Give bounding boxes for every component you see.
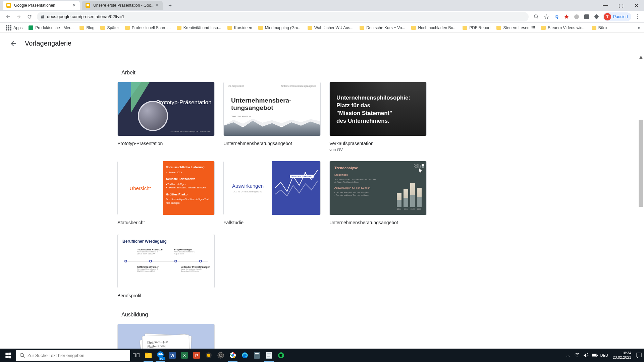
gallery-back-button[interactable] bbox=[7, 37, 20, 50]
chrome-icon[interactable] bbox=[227, 349, 239, 362]
template-thumbnail[interactable]: 20. SeptemberUnternehmensberatungsangebo… bbox=[223, 82, 321, 136]
app-icon[interactable] bbox=[203, 349, 215, 362]
battery-icon[interactable] bbox=[592, 352, 598, 358]
template-thumbnail[interactable]: Unternehmensphilosophie: Platz für das "… bbox=[329, 82, 427, 136]
bookmark-label: Büro bbox=[598, 25, 607, 30]
folder-icon bbox=[541, 26, 546, 30]
svg-rect-32 bbox=[255, 355, 259, 355]
edge-legacy-icon[interactable]: 99+ bbox=[154, 349, 166, 362]
thumb-text: Prototyp-Präsentation bbox=[156, 99, 211, 106]
svg-rect-41 bbox=[597, 355, 598, 356]
start-button[interactable] bbox=[0, 349, 16, 362]
notepad-icon[interactable] bbox=[263, 349, 275, 362]
notifications-icon[interactable] bbox=[636, 352, 642, 358]
new-tab-button[interactable]: ＋ bbox=[166, 1, 174, 9]
page-title: Vorlagengalerie bbox=[25, 40, 71, 47]
thumb-sub: Ergebnisse bbox=[334, 173, 422, 176]
bookmark-item[interactable]: Steuern Lesen !!!! bbox=[494, 24, 538, 32]
clock[interactable]: 18:34 23.02.2021 bbox=[613, 351, 631, 360]
bookmark-label: Steuern Videos wic... bbox=[548, 25, 586, 30]
language-indicator[interactable]: DEU bbox=[600, 353, 608, 357]
template-thumbnail[interactable]: Übersicht Voraussichtliche Lieferung 4. … bbox=[117, 161, 215, 215]
folder-icon bbox=[592, 26, 596, 30]
timeline-item: Technisches Praktikum bbox=[137, 248, 167, 251]
extensions-icon[interactable] bbox=[593, 13, 600, 20]
bookmark-item[interactable]: Deutsche Kurs + Vo... bbox=[357, 24, 408, 32]
template-thumbnail[interactable]: [Spanisch-Quiz Flash-Karten]Vorlagen-Anl… bbox=[117, 324, 215, 349]
scrollbar-thumb[interactable] bbox=[639, 120, 643, 207]
svg-rect-33 bbox=[266, 352, 272, 359]
forward-button[interactable] bbox=[14, 12, 23, 21]
cursor-icon bbox=[419, 168, 423, 173]
volume-icon[interactable] bbox=[583, 352, 589, 358]
template-card-status: Übersicht Voraussichtliche Lieferung 4. … bbox=[117, 161, 215, 225]
extension-icon-3[interactable] bbox=[573, 13, 580, 20]
section-title-work: Arbeit bbox=[121, 70, 527, 76]
scroll-up-button[interactable]: ▲ bbox=[639, 55, 643, 59]
word-icon[interactable]: W bbox=[166, 349, 178, 362]
taskview-icon[interactable] bbox=[130, 349, 142, 362]
bookmark-overflow-button[interactable]: » bbox=[638, 25, 641, 31]
bookmark-item[interactable]: Wahlfächer WU Aus... bbox=[305, 24, 356, 32]
wifi-icon[interactable] bbox=[574, 352, 580, 358]
obs-icon[interactable] bbox=[215, 349, 227, 362]
bookmark-item[interactable]: Produktsuche - Mer... bbox=[26, 24, 76, 32]
bookmark-item[interactable]: PDF Report bbox=[460, 24, 493, 32]
badge: 99+ bbox=[159, 357, 165, 360]
template-thumbnail[interactable]: Prototyp-Präsentation Das beste Pitchdec… bbox=[117, 82, 215, 136]
zoom-icon[interactable] bbox=[533, 13, 540, 20]
explorer-icon[interactable] bbox=[142, 349, 154, 362]
template-card-consulting1: 20. SeptemberUnternehmensberatungsangebo… bbox=[223, 82, 321, 152]
extension-icon-1[interactable]: IQ bbox=[553, 13, 560, 20]
svg-rect-7 bbox=[584, 14, 589, 19]
bookmark-item[interactable]: Blog bbox=[77, 24, 97, 32]
svg-rect-14 bbox=[145, 353, 152, 358]
bookmark-item[interactable]: Büro bbox=[589, 24, 609, 32]
close-icon[interactable]: ✕ bbox=[72, 3, 76, 8]
close-button[interactable]: ✕ bbox=[629, 0, 644, 11]
star-icon[interactable] bbox=[543, 13, 550, 20]
back-button[interactable] bbox=[3, 12, 13, 21]
bookmark-item[interactable]: Kursideen bbox=[225, 24, 255, 32]
spotify-icon[interactable] bbox=[275, 349, 287, 362]
bookmark-item[interactable]: Steuern Videos wic... bbox=[538, 24, 588, 32]
bookmark-apps[interactable]: Apps bbox=[3, 24, 25, 32]
address-bar[interactable]: docs.google.com/presentation/u/0?ftv=1 bbox=[37, 12, 529, 21]
extension-icon-2[interactable] bbox=[563, 13, 570, 20]
template-thumbnail[interactable]: Auswirkungen XX % Umsatzsteigerung Beson… bbox=[223, 161, 321, 215]
bookmark-item[interactable]: Kreativität und Insp... bbox=[174, 24, 224, 32]
app-icon-2[interactable] bbox=[251, 349, 263, 362]
bookmark-item[interactable]: Mindmapping (Gru... bbox=[256, 24, 304, 32]
folder-icon bbox=[177, 26, 181, 30]
section-title-education: Ausbildung bbox=[121, 312, 527, 318]
template-thumbnail[interactable]: Trendanalyse Punkt 1Punkt 2 Ergebnisse T… bbox=[329, 161, 427, 215]
minimize-button[interactable]: — bbox=[598, 0, 613, 11]
thumb-text: Unternehmensbera- tungsangebot bbox=[231, 97, 291, 112]
svg-line-5 bbox=[537, 17, 538, 18]
tray-chevron-icon[interactable]: ︿ bbox=[566, 352, 572, 358]
template-thumbnail[interactable]: Beruflicher Werdegang Technisches Prakti… bbox=[117, 234, 215, 288]
browser-tab-active[interactable]: Google Präsentationen ✕ bbox=[3, 1, 80, 10]
svg-point-9 bbox=[305, 172, 306, 174]
folder-icon bbox=[79, 26, 84, 30]
folder-icon bbox=[258, 26, 263, 30]
scrollbar[interactable]: ▲ bbox=[639, 55, 643, 349]
extension-icon-4[interactable] bbox=[583, 13, 590, 20]
excel-icon[interactable]: X bbox=[178, 349, 191, 362]
window-controls: — ▢ ✕ bbox=[598, 0, 644, 11]
app-header: Vorlagengalerie bbox=[0, 33, 644, 54]
maximize-button[interactable]: ▢ bbox=[613, 0, 629, 11]
bookmark-item[interactable]: Professionell Schrei... bbox=[122, 24, 173, 32]
kebab-menu-icon[interactable]: ⋮ bbox=[634, 13, 641, 20]
browser-tab-inactive[interactable]: Unsere erste Präsentation - Goo... ✕ bbox=[82, 1, 163, 10]
taskbar-search[interactable]: Zur Suche Text hier eingeben bbox=[16, 350, 130, 361]
edge-icon[interactable] bbox=[239, 349, 251, 362]
powerpoint-icon[interactable]: P bbox=[191, 349, 203, 362]
profile-button[interactable]: T Pausiert bbox=[603, 12, 631, 21]
folder-icon bbox=[360, 26, 364, 30]
close-icon[interactable]: ✕ bbox=[155, 3, 159, 8]
bookmark-item[interactable]: Noch hochladen Bu... bbox=[409, 24, 459, 32]
reload-button[interactable] bbox=[25, 12, 34, 21]
svg-point-38 bbox=[577, 357, 578, 357]
bookmark-item[interactable]: Später bbox=[98, 24, 121, 32]
